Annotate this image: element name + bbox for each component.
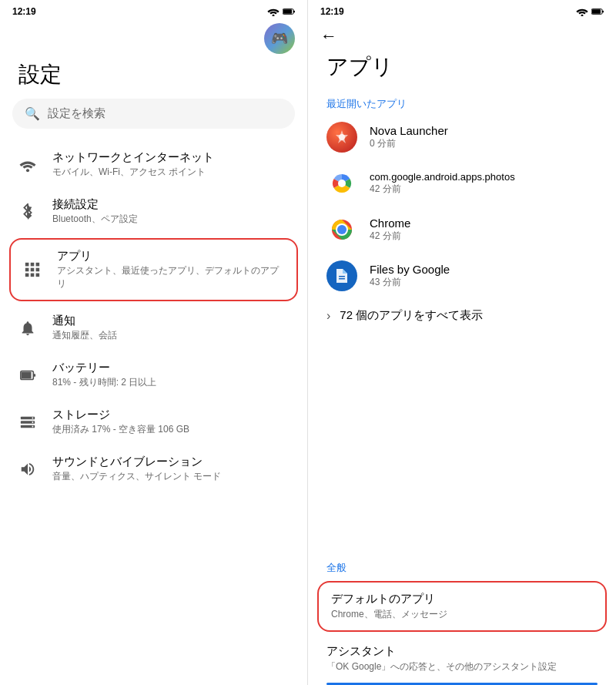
default-apps-item[interactable]: デフォルトのアプリ Chrome、電話、メッセージ [317, 581, 607, 632]
svg-point-34 [337, 225, 346, 234]
chrome-text: Chrome 42 分前 [370, 217, 410, 243]
wifi-icon [267, 7, 280, 16]
svg-rect-6 [31, 263, 35, 267]
page-title-left: 設定 [0, 54, 307, 99]
show-all-text: 72 個のアプリをすべて表示 [340, 308, 483, 323]
apps-item-text: アプリ アシスタント、最近使ったアプリ、デフォルトのアプリ [57, 249, 284, 290]
chrome-icon [326, 214, 357, 245]
svg-point-20 [32, 417, 34, 418]
page-title-right: アプリ [308, 49, 616, 91]
chevron-right-icon: › [326, 309, 330, 323]
settings-item-apps[interactable]: アプリ アシスタント、最近使ったアプリ、デフォルトのアプリ [9, 238, 298, 301]
photos-name: com.google.android.apps.photos [370, 171, 515, 183]
svg-rect-15 [33, 374, 35, 377]
svg-rect-9 [31, 268, 35, 272]
sound-sub: 音量、ハプティクス、サイレント モード [52, 470, 289, 483]
nova-time: 0 分前 [370, 137, 448, 150]
right-wifi-icon [576, 7, 588, 16]
settings-item-battery[interactable]: バッテリー 81% - 残り時間: 2 日以上 [0, 351, 307, 398]
nova-text: Nova Launcher 0 分前 [370, 124, 448, 150]
right-panel: 12:19 ← アプリ 最近開いたアプリ [308, 0, 616, 685]
default-apps-title: デフォルトのアプリ [331, 592, 593, 606]
right-status-icons [576, 7, 604, 16]
sound-title: サウンドとバイブレーション [52, 455, 289, 469]
show-all-apps-item[interactable]: › 72 個のアプリをすべて表示 [308, 299, 616, 332]
files-text: Files by Google 43 分前 [370, 263, 450, 289]
profile-header: 🎮 [0, 20, 307, 54]
svg-rect-11 [25, 274, 29, 277]
photos-icon [326, 168, 357, 199]
photos-text: com.google.android.apps.photos 42 分前 [370, 171, 515, 196]
bluetooth-icon [18, 203, 37, 221]
settings-list: ネットワークとインターネット モバイル、Wi-Fi、アクセス ポイント 接続設定… [0, 141, 307, 685]
recent-section-label: 最近開いたアプリ [308, 91, 616, 114]
right-battery-icon [591, 7, 604, 16]
app-item-photos[interactable]: com.google.android.apps.photos 42 分前 [308, 160, 616, 207]
avatar[interactable]: 🎮 [264, 23, 295, 54]
apps-sub: アシスタント、最近使ったアプリ、デフォルトのアプリ [57, 264, 284, 290]
settings-item-connection[interactable]: 接続設定 Bluetooth、ペア設定 [0, 188, 307, 235]
battery-icon [283, 7, 295, 16]
search-bar[interactable]: 🔍 設定を検索 [12, 99, 295, 129]
photos-time: 42 分前 [370, 183, 515, 196]
assistant-title: アシスタント [326, 644, 598, 659]
default-apps-sub: Chrome、電話、メッセージ [331, 608, 593, 621]
battery-setting-icon [18, 366, 37, 384]
network-item-text: ネットワークとインターネット モバイル、Wi-Fi、アクセス ポイント [52, 150, 289, 179]
files-name: Files by Google [370, 263, 450, 276]
app-item-files[interactable]: Files by Google 43 分前 [308, 253, 616, 299]
svg-rect-16 [22, 371, 32, 378]
assistant-item[interactable]: アシスタント 「OK Google」への応答と、その他のアシスタント設定 [308, 635, 616, 683]
notifications-sub: 通知履歴、会話 [52, 329, 289, 342]
storage-icon [18, 413, 37, 431]
general-section-label: 全般 [308, 555, 616, 578]
svg-rect-13 [36, 274, 40, 277]
svg-point-4 [26, 169, 29, 172]
storage-item-text: ストレージ 使用済み 17% - 空き容量 106 GB [52, 408, 289, 436]
sound-icon [18, 460, 37, 478]
svg-rect-2 [293, 11, 295, 13]
battery-sub: 81% - 残り時間: 2 日以上 [52, 376, 289, 389]
network-title: ネットワークとインターネット [52, 150, 289, 165]
general-section: 全般 デフォルトのアプリ Chrome、電話、メッセージ アシスタント 「OK … [308, 555, 616, 685]
svg-rect-35 [339, 276, 345, 277]
bell-icon [18, 319, 37, 337]
search-placeholder-text: 設定を検索 [48, 106, 105, 121]
svg-rect-7 [36, 263, 40, 267]
storage-sub: 使用済み 17% - 空き容量 106 GB [52, 423, 289, 436]
app-item-chrome[interactable]: Chrome 42 分前 [308, 207, 616, 253]
settings-item-storage[interactable]: ストレージ 使用済み 17% - 空き容量 106 GB [0, 398, 307, 445]
settings-item-sound[interactable]: サウンドとバイブレーション 音量、ハプティクス、サイレント モード [0, 445, 307, 492]
battery-title: バッテリー [52, 361, 289, 375]
svg-rect-12 [31, 274, 35, 277]
notifications-item-text: 通知 通知履歴、会話 [52, 314, 289, 342]
svg-marker-28 [336, 130, 348, 143]
right-status-time: 12:19 [320, 6, 344, 17]
search-icon: 🔍 [25, 106, 40, 121]
files-icon [326, 260, 357, 291]
svg-point-21 [32, 421, 34, 423]
svg-rect-8 [25, 268, 29, 272]
left-status-time: 12:19 [12, 6, 36, 17]
chrome-name: Chrome [370, 217, 410, 230]
nova-name: Nova Launcher [370, 124, 448, 137]
app-item-nova[interactable]: Nova Launcher 0 分前 [308, 114, 616, 160]
wifi-setting-icon [18, 156, 37, 174]
sound-item-text: サウンドとバイブレーション 音量、ハプティクス、サイレント モード [52, 455, 289, 483]
svg-point-22 [32, 425, 34, 427]
battery-item-text: バッテリー 81% - 残り時間: 2 日以上 [52, 361, 289, 389]
svg-rect-25 [602, 11, 604, 13]
connection-title: 接続設定 [52, 197, 289, 212]
settings-item-network[interactable]: ネットワークとインターネット モバイル、Wi-Fi、アクセス ポイント [0, 141, 307, 188]
svg-point-30 [338, 180, 346, 187]
apps-icon [23, 260, 42, 279]
back-button[interactable]: ← [308, 20, 616, 49]
connection-sub: Bluetooth、ペア設定 [52, 213, 289, 226]
svg-rect-3 [283, 9, 292, 13]
settings-item-notifications[interactable]: 通知 通知履歴、会話 [0, 304, 307, 351]
left-status-icons [267, 7, 295, 16]
left-panel: 12:19 🎮 設定 🔍 設定を検索 [0, 0, 308, 685]
chrome-time: 42 分前 [370, 230, 410, 243]
notifications-title: 通知 [52, 314, 289, 328]
svg-rect-26 [592, 9, 601, 13]
